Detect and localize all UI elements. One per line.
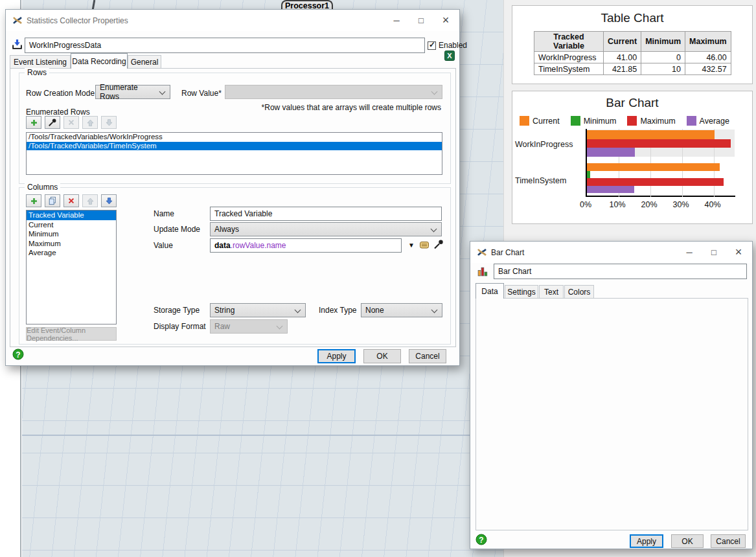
excel-export-icon[interactable]: X [444, 51, 455, 61]
code-template-icon[interactable] [419, 240, 430, 250]
chart-legend: Current Minimum Maximum Average [520, 116, 735, 126]
ok-button[interactable]: OK [363, 349, 401, 363]
tab-data-recording[interactable]: Data Recording [71, 53, 128, 69]
enumerated-rows-list[interactable]: /Tools/TrackedVariables/WorkInProgress /… [26, 132, 442, 175]
columns-groupbox: Columns Tracked Variable Current Minimum… [19, 187, 451, 345]
delete-column-button[interactable] [63, 194, 79, 207]
grid-major-line [22, 435, 503, 436]
apply-button[interactable]: Apply [630, 534, 663, 548]
add-row-button[interactable] [26, 116, 41, 129]
column-name-input[interactable]: Tracked Variable [210, 207, 442, 221]
legend-label-minimum: Minimum [584, 117, 617, 126]
flexsim-screen: Processor1 Table Chart Tracked Variable … [0, 0, 756, 557]
update-mode-label: Update Mode [154, 225, 200, 234]
chevron-down-icon [431, 226, 437, 233]
col-header-maximum: Maximum [685, 32, 731, 52]
maximize-button[interactable]: □ [702, 244, 726, 261]
storage-type-select[interactable]: String [210, 303, 306, 317]
bar-dialog-title: Bar Chart [491, 248, 524, 257]
bar-chart-title: Bar Chart [512, 96, 752, 110]
legend-swatch-maximum [627, 116, 637, 126]
maximize-button[interactable]: □ [409, 12, 433, 29]
add-column-button[interactable] [26, 194, 41, 207]
tab-general[interactable]: General [128, 55, 161, 69]
tab-colors[interactable]: Colors [564, 285, 594, 299]
svg-text:?: ? [479, 536, 483, 545]
svg-text:X: X [447, 52, 452, 60]
statistics-collector-dialog: Statistics Collector Properties ─ □ × Wo… [5, 9, 460, 366]
list-item-selected[interactable]: /Tools/TrackedVariables/TimeInSystem [27, 142, 442, 151]
list-item-selected[interactable]: Tracked Variable [27, 210, 116, 220]
bar-chart-plot-area [586, 129, 735, 197]
columns-list[interactable]: Tracked Variable Current Minimum Maximum… [26, 210, 117, 324]
bar-group-workinprogress [587, 130, 731, 157]
close-button[interactable]: × [433, 12, 458, 29]
row-creation-mode-label: Row Creation Mode [26, 89, 95, 98]
cell-tis-maximum: 432.57 [685, 63, 731, 75]
bar-dialog-titlebar[interactable]: Bar Chart ─ □ × [470, 242, 752, 263]
tab-data[interactable]: Data [475, 283, 504, 299]
chart-name-input[interactable]: Bar Chart [494, 264, 747, 279]
list-item[interactable]: Maximum [27, 239, 116, 249]
sampler-eyedropper-button[interactable] [45, 116, 60, 129]
apply-button[interactable]: Apply [317, 349, 356, 363]
help-icon[interactable]: ? [12, 348, 24, 360]
close-button[interactable]: × [726, 244, 751, 261]
bar-current-timeinsystem [587, 163, 720, 171]
import-name-icon[interactable] [12, 39, 23, 50]
tab-label: General [131, 58, 159, 67]
table-chart-panel[interactable]: Table Chart Tracked Variable Current Min… [512, 5, 753, 84]
chevron-down-icon [159, 89, 166, 95]
stats-dialog-titlebar[interactable]: Statistics Collector Properties ─ □ × [6, 10, 459, 31]
minimize-button[interactable]: ─ [677, 244, 702, 261]
value-dropdown-arrow-icon[interactable]: ▼ [408, 242, 415, 249]
cancel-label: Cancel [716, 537, 740, 546]
index-type-label: Index Type [319, 306, 357, 315]
column-name-value: Tracked Variable [214, 209, 272, 218]
tab-settings[interactable]: Settings [505, 285, 538, 299]
tab-label: Data Recording [72, 57, 126, 66]
bar-average-timeinsystem [587, 186, 634, 194]
list-item[interactable]: Current [27, 220, 116, 230]
cell-timeinsystem: TimeInSystem [534, 63, 604, 75]
help-icon[interactable]: ? [475, 534, 487, 545]
legend-swatch-average [687, 116, 696, 126]
legend-label-current: Current [533, 117, 560, 126]
index-type-select[interactable]: None [361, 303, 442, 317]
column-value-label: Value [154, 241, 173, 250]
column-value-code-input[interactable]: data.rowValue.name [210, 238, 402, 253]
ok-button[interactable]: OK [671, 534, 704, 548]
table-row: TimeInSystem 421.85 10 432.57 [534, 63, 731, 75]
tick-40pct: 40% [700, 200, 726, 209]
data-tab-page [475, 298, 748, 530]
tab-text[interactable]: Text [539, 285, 564, 299]
minimize-button[interactable]: ─ [384, 12, 409, 29]
table-chart-title: Table Chart [512, 11, 752, 25]
bar-chart-panel[interactable]: Bar Chart Current Minimum Maximum Averag… [512, 91, 753, 224]
apply-label: Apply [326, 352, 346, 361]
tab-event-listening[interactable]: Event Listening [10, 55, 71, 69]
row-creation-mode-select[interactable]: Enumerate Rows [95, 85, 170, 99]
update-mode-select[interactable]: Always [210, 222, 442, 236]
enabled-checkbox-row[interactable]: Enabled [428, 41, 467, 50]
code-member: .rowValue.name [231, 241, 286, 250]
eyedropper-icon[interactable] [433, 239, 444, 249]
tab-label: Text [544, 288, 558, 297]
cancel-button[interactable]: Cancel [711, 534, 746, 548]
cancel-label: Cancel [415, 352, 439, 361]
collector-name-input[interactable]: WorkInProgressData [25, 38, 425, 53]
edit-dependencies-button: Edit Event/Column Dependencies... [26, 327, 117, 341]
cell-workinprogress: WorkInProgress [534, 52, 604, 63]
bar-minimum-timeinsystem [587, 171, 590, 179]
copy-column-button[interactable] [45, 194, 60, 207]
list-item[interactable]: /Tools/TrackedVariables/WorkInProgress [27, 133, 442, 142]
enabled-checkbox[interactable] [428, 41, 436, 50]
cell-tis-current: 421.85 [604, 63, 641, 75]
move-column-down-button[interactable] [101, 194, 117, 207]
chevron-down-icon [277, 323, 283, 330]
table-chart-table: Tracked Variable Current Minimum Maximum… [534, 31, 731, 75]
cancel-button[interactable]: Cancel [409, 349, 446, 363]
move-row-down-button [101, 116, 117, 129]
list-item[interactable]: Minimum [27, 229, 116, 239]
list-item[interactable]: Average [27, 248, 116, 258]
